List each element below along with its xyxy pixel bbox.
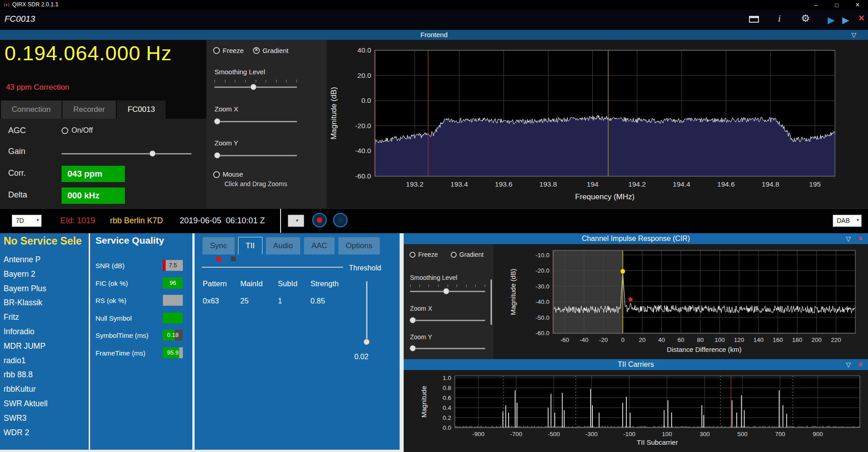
quality-value: 96 bbox=[163, 278, 183, 289]
zoom-y-slider-track[interactable] bbox=[215, 155, 297, 156]
svg-text:193.2: 193.2 bbox=[406, 180, 424, 188]
maximize-button[interactable]: □ bbox=[826, 0, 847, 10]
zoom-x-slider-thumb[interactable] bbox=[214, 118, 220, 125]
mouse-radio[interactable] bbox=[213, 171, 220, 178]
mouse-hint: Click and Drag Zooms bbox=[224, 180, 287, 188]
tii-tab-audio[interactable]: Audio bbox=[266, 237, 300, 255]
svg-text:1.0: 1.0 bbox=[443, 375, 451, 381]
tii-tab-tii[interactable]: TII bbox=[238, 237, 262, 255]
cir-collapse-icon[interactable]: ▽ bbox=[846, 235, 851, 243]
cir-close-icon[interactable]: × bbox=[858, 234, 863, 243]
svg-text:194: 194 bbox=[587, 180, 599, 188]
gain-slider-track[interactable] bbox=[62, 153, 191, 154]
frontend-tab-strip: ConnectionRecorderFC0013 bbox=[1, 101, 167, 119]
service-item[interactable]: BR-Klassik bbox=[4, 298, 88, 313]
smoothing-slider-thumb[interactable] bbox=[250, 84, 257, 90]
cir-gradient-radio[interactable] bbox=[451, 252, 457, 258]
svg-text:0.6: 0.6 bbox=[443, 394, 451, 401]
window-layout-icon[interactable] bbox=[749, 16, 759, 23]
agc-onoff-radio[interactable] bbox=[62, 127, 68, 134]
service-item[interactable]: rbbKultur bbox=[4, 385, 88, 399]
threshold-slider-track[interactable] bbox=[366, 281, 367, 341]
quality-metric-label: FrameTime (ms) bbox=[95, 349, 145, 357]
frontend-tab-connection[interactable]: Connection bbox=[1, 101, 62, 119]
service-item[interactable]: Bayern 2 bbox=[4, 269, 88, 284]
cir-zoom-y-slider-thumb[interactable] bbox=[410, 345, 416, 351]
tii-table-header-cell: Strength bbox=[310, 279, 347, 288]
svg-text:220: 220 bbox=[831, 337, 841, 343]
service-item[interactable]: Fritz bbox=[4, 313, 88, 327]
stop-button[interactable] bbox=[333, 213, 348, 227]
svg-text:Magnitude (dB): Magnitude (dB) bbox=[329, 87, 338, 139]
tii-tab-options[interactable]: Options bbox=[338, 237, 380, 255]
tii-carriers-plot[interactable]: 0.00.20.40.60.81.0-900-700-500-300-10010… bbox=[404, 370, 868, 452]
cir-smoothing-slider-thumb[interactable] bbox=[443, 288, 449, 294]
cir-plot[interactable]: -10.0-20.0-30.0-40.0-50.0-60.0-60-40-200… bbox=[493, 244, 868, 359]
info-icon[interactable]: i bbox=[778, 13, 781, 24]
service-item[interactable]: MDR JUMP bbox=[4, 341, 88, 356]
freeze-radio[interactable] bbox=[213, 47, 220, 54]
stop-close-icon[interactable]: × bbox=[858, 13, 864, 24]
gain-label: Gain bbox=[8, 147, 25, 156]
svg-text:193.4: 193.4 bbox=[450, 180, 468, 188]
corr-label: Corr. bbox=[8, 168, 26, 178]
service-item[interactable]: Antenne P bbox=[4, 255, 88, 269]
service-item[interactable]: radio1 bbox=[4, 356, 88, 370]
quality-metric-label: RS (ok %) bbox=[95, 297, 126, 304]
caret-down-icon: ▾ bbox=[37, 217, 39, 222]
frontend-spectrum-plot[interactable]: 40.020.00.0-20.0-40.0-60.0193.2193.4193.… bbox=[327, 40, 868, 208]
svg-text:-20.0: -20.0 bbox=[355, 122, 372, 130]
threshold-slider-thumb[interactable] bbox=[363, 339, 370, 345]
service-item[interactable]: WDR 2 bbox=[4, 428, 88, 442]
tii-record-dot-icon[interactable] bbox=[216, 256, 221, 262]
play-icon[interactable]: ▶ bbox=[828, 14, 835, 25]
tii-stop-square-icon[interactable] bbox=[231, 256, 236, 261]
cir-freeze-radio[interactable] bbox=[410, 252, 415, 258]
frontend-tab-fc0013[interactable]: FC0013 bbox=[117, 101, 166, 119]
zoom-y-slider-thumb[interactable] bbox=[214, 152, 220, 159]
delta-value-box: 000 kHz bbox=[62, 188, 125, 204]
smoothing-ticks bbox=[215, 80, 297, 82]
close-button[interactable]: × bbox=[847, 0, 868, 10]
service-item[interactable]: Inforadio bbox=[4, 327, 88, 341]
service-item[interactable]: SWR Aktuell bbox=[4, 399, 88, 414]
frontend-collapse-icon[interactable]: ▽ bbox=[851, 31, 856, 39]
freeze-label: Freeze bbox=[223, 47, 244, 54]
cir-zoom-x-slider-thumb[interactable] bbox=[410, 317, 416, 323]
quality-metric-label: SNR (dB) bbox=[95, 262, 124, 269]
caret-down-icon: ▾ bbox=[296, 218, 298, 223]
svg-text:-60: -60 bbox=[560, 337, 569, 343]
gradient-label: Gradient bbox=[262, 47, 289, 54]
cir-scrollbar[interactable] bbox=[491, 279, 492, 325]
service-item[interactable]: rbb 88.8 bbox=[4, 370, 88, 385]
tii-tab-aac[interactable]: AAC bbox=[304, 237, 335, 255]
threshold-value: 0.02 bbox=[354, 353, 368, 361]
settings-gear-icon[interactable]: ⚙ bbox=[801, 13, 810, 24]
channel-select[interactable]: 7D ▾ bbox=[12, 215, 42, 227]
zoom-x-slider-track[interactable] bbox=[215, 121, 297, 122]
caret-down-icon: ▾ bbox=[857, 217, 859, 222]
gradient-radio[interactable] bbox=[253, 47, 260, 54]
tii-carriers-collapse-icon[interactable]: ▽ bbox=[846, 361, 851, 369]
cir-zoom-y-slider-track[interactable] bbox=[410, 348, 485, 349]
svg-text:-50.0: -50.0 bbox=[535, 314, 549, 321]
record-button[interactable] bbox=[312, 213, 327, 227]
gain-slider-thumb[interactable] bbox=[149, 150, 156, 157]
tii-carriers-close-icon[interactable]: × bbox=[858, 360, 863, 369]
svg-text:20: 20 bbox=[639, 337, 645, 343]
tii-table-header-cell: MainId bbox=[240, 279, 278, 288]
svg-text:-500: -500 bbox=[548, 431, 560, 438]
tii-tab-sync[interactable]: Sync bbox=[202, 237, 235, 255]
service-item[interactable]: Bayern Plus bbox=[4, 284, 88, 298]
minimize-button[interactable]: – bbox=[806, 0, 826, 10]
service-item[interactable]: SWR3 bbox=[4, 414, 88, 428]
mode-select[interactable]: DAB ▾ bbox=[833, 215, 862, 227]
tii-slider-track[interactable] bbox=[202, 267, 343, 268]
mini-dropdown[interactable]: ▾ bbox=[288, 215, 304, 227]
cir-zoom-x-slider-track[interactable] bbox=[410, 320, 485, 321]
frontend-tab-recorder[interactable]: Recorder bbox=[62, 101, 116, 119]
tii-carriers-title: TII Carriers bbox=[404, 359, 868, 370]
panel-separator[interactable] bbox=[400, 233, 404, 452]
svg-text:194.2: 194.2 bbox=[628, 180, 646, 188]
play-secondary-icon[interactable]: ▶ bbox=[842, 14, 849, 25]
